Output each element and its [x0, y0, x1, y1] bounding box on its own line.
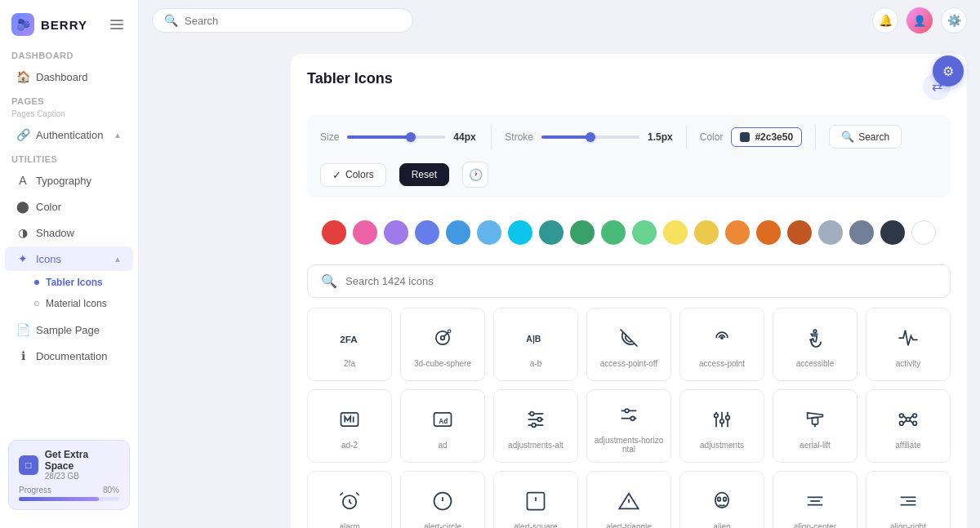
- search-box[interactable]: 🔍: [152, 8, 413, 33]
- icon-card-adjustments[interactable]: adjustments: [679, 389, 764, 463]
- size-slider[interactable]: [347, 135, 445, 139]
- icon-card-alert-triangle[interactable]: alert-triangle: [586, 471, 671, 528]
- shadow-label: Shadow: [36, 227, 74, 239]
- icon-label: adjustments-horizontal: [594, 436, 664, 454]
- icon-card-alert-circle[interactable]: alert-circle: [400, 471, 485, 528]
- icon-symbol: [431, 490, 454, 516]
- icon-card-activity[interactable]: activity: [866, 308, 951, 381]
- swatch-amber[interactable]: [694, 220, 719, 245]
- swatch-purple[interactable]: [384, 220, 408, 245]
- sidebar-item-auth[interactable]: 🔗 Authentication ▲: [5, 122, 133, 147]
- search-button[interactable]: 🔍 Search: [829, 125, 902, 149]
- swatch-green[interactable]: [570, 220, 595, 245]
- avatar-button[interactable]: 👤: [906, 7, 933, 33]
- sidebar-item-dashboard[interactable]: 🏠 Dashboard: [5, 64, 133, 89]
- svg-line-37: [910, 415, 913, 418]
- swatch-lime[interactable]: [632, 220, 657, 245]
- page-title: Tabler Icons: [307, 70, 393, 87]
- swatch-teal[interactable]: [539, 220, 564, 245]
- icon-card-alien[interactable]: alien: [679, 471, 764, 528]
- icon-label: alert-circle: [424, 522, 461, 529]
- progress-label: Progress: [19, 486, 51, 495]
- dashboard-icon: 🏠: [16, 70, 29, 83]
- swatch-yellow[interactable]: [663, 220, 688, 245]
- swatches-row: [307, 211, 951, 255]
- icon-card-accessible[interactable]: accessible: [773, 308, 858, 381]
- clock-button[interactable]: 🕐: [462, 162, 488, 188]
- pages-section-label: Pages: [0, 90, 138, 109]
- icon-card-adjustments-alt[interactable]: adjustments-alt: [493, 389, 578, 463]
- swatch-deep-orange[interactable]: [756, 220, 781, 245]
- icon-card-ad[interactable]: Adad: [400, 389, 485, 463]
- icon-card-align-right[interactable]: align-right: [866, 471, 951, 528]
- size-label: Size: [320, 131, 339, 143]
- notification-button[interactable]: 🔔: [872, 7, 898, 33]
- sidebar-item-icons[interactable]: ✦ Icons ▲: [5, 246, 133, 271]
- swatch-light-green[interactable]: [601, 220, 626, 245]
- utilities-section-label: Utilities: [0, 148, 138, 167]
- swatch-blue[interactable]: [446, 220, 470, 245]
- settings-fab[interactable]: ⚙: [933, 55, 964, 87]
- icon-card-alarm[interactable]: alarm: [307, 471, 392, 528]
- sidebar-item-shadow[interactable]: ◑ Shadow: [5, 220, 133, 245]
- icon-symbol: [617, 490, 640, 516]
- svg-point-33: [913, 414, 917, 418]
- icon-card-a-b[interactable]: A|Ba-b: [493, 308, 578, 381]
- sidebar-sub-tabler[interactable]: Tabler Icons: [5, 273, 133, 292]
- icon-card-2fa[interactable]: 2FA2fa: [307, 308, 392, 381]
- swatch-white[interactable]: [911, 220, 936, 245]
- swatch-blue-grey[interactable]: [849, 220, 874, 245]
- icon-label: align-center: [794, 522, 836, 529]
- swatch-light-blue[interactable]: [477, 220, 501, 245]
- swatch-orange[interactable]: [725, 220, 750, 245]
- svg-rect-29: [813, 417, 818, 424]
- color-input-box[interactable]: #2c3e50: [731, 127, 802, 147]
- icon-symbol: [617, 403, 640, 429]
- sidebar-item-typography[interactable]: A Typography: [5, 168, 133, 193]
- sidebar-sub-material[interactable]: Material Icons: [5, 294, 133, 313]
- colors-button[interactable]: ✓ Colors: [320, 163, 386, 187]
- icon-card-alert-square[interactable]: alert-square: [493, 471, 578, 528]
- icon-symbol: 2FA: [338, 326, 361, 353]
- icon-card-aerial-lift[interactable]: aerial-lift: [773, 389, 858, 463]
- svg-point-8: [813, 330, 817, 333]
- swatch-brown[interactable]: [787, 220, 812, 245]
- icon-search-input[interactable]: [345, 275, 937, 287]
- icon-card-access-point-off[interactable]: access-point-off: [586, 308, 671, 381]
- icon-card-3d-cube-sphere[interactable]: 3d-cube-sphere: [400, 308, 485, 381]
- stroke-slider[interactable]: [541, 135, 639, 139]
- reset-button[interactable]: Reset: [399, 163, 449, 186]
- search-input[interactable]: [185, 15, 401, 27]
- swatch-pink[interactable]: [353, 220, 377, 245]
- icons-label: Icons: [36, 253, 61, 265]
- hamburger-button[interactable]: [107, 16, 127, 33]
- icon-symbol: [710, 326, 733, 353]
- sidebar-item-color[interactable]: ⬤ Color: [5, 194, 133, 219]
- swatch-cyan[interactable]: [508, 220, 532, 245]
- svg-text:2FA: 2FA: [340, 333, 358, 344]
- swatch-red[interactable]: [322, 220, 346, 245]
- svg-point-1: [441, 335, 445, 339]
- stroke-slider-thumb[interactable]: [586, 132, 595, 142]
- svg-point-27: [720, 419, 724, 424]
- icon-card-align-center[interactable]: align-center: [773, 471, 858, 528]
- progress-pct: 80%: [103, 486, 119, 495]
- icon-card-affiliate[interactable]: affiliate: [866, 389, 951, 463]
- settings-button[interactable]: ⚙️: [941, 7, 967, 33]
- sidebar-item-sample[interactable]: 📄 Sample Page: [5, 317, 133, 342]
- size-slider-thumb[interactable]: [406, 132, 416, 142]
- icon-card-ad-2[interactable]: ad-2: [307, 389, 392, 463]
- svg-point-16: [537, 417, 541, 421]
- icon-search-wrapper[interactable]: 🔍: [307, 264, 951, 298]
- divider-3: [815, 126, 816, 149]
- extra-space-card[interactable]: □ Get Extra Space 28/23 GB Progress 80%: [8, 440, 130, 510]
- icon-card-adjustments-horizontal[interactable]: adjustments-horizontal: [586, 389, 671, 463]
- swatch-grey[interactable]: [818, 220, 843, 245]
- swatch-indigo[interactable]: [415, 220, 439, 245]
- stroke-value: 1.5px: [648, 131, 673, 143]
- sidebar-item-docs[interactable]: ℹ Documentation: [5, 344, 133, 368]
- icon-symbol: [897, 490, 920, 516]
- icon-label: access-point: [699, 359, 745, 368]
- icon-card-access-point[interactable]: access-point: [679, 308, 764, 381]
- swatch-dark[interactable]: [880, 220, 905, 245]
